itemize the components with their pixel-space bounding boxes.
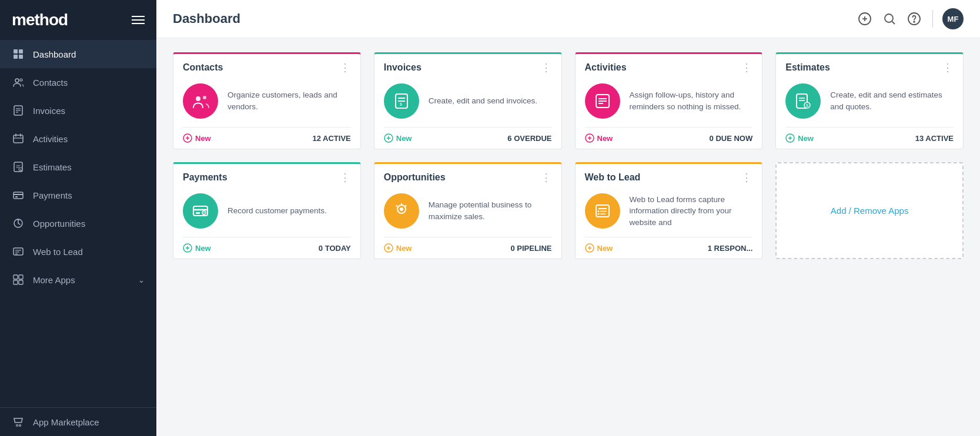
card-payments-icon [183, 193, 218, 229]
card-contacts: Contacts ⋮ Organize customers, leads and… [173, 52, 361, 149]
sidebar-item-estimates-label: Estimates [33, 162, 145, 172]
activities-icon [12, 132, 25, 145]
chevron-down-icon: ⌄ [138, 276, 145, 284]
card-estimates-body: $ Create, edit and send estimates and qu… [776, 78, 963, 127]
card-activities-footer: New 0 DUE NOW [576, 128, 762, 149]
card-estimates-menu[interactable]: ⋮ [942, 62, 954, 73]
sidebar-item-invoices-label: Invoices [33, 106, 145, 116]
card-payments-stat: 0 TODAY [319, 244, 351, 253]
card-web-to-lead-menu[interactable]: ⋮ [741, 172, 752, 183]
card-invoices-desc: Create, edit and send invoices. [429, 95, 537, 107]
card-opportunities-menu[interactable]: ⋮ [541, 172, 552, 183]
card-payments-menu[interactable]: ⋮ [340, 172, 351, 183]
card-invoices-icon: $ [384, 83, 419, 119]
card-activities-icon [585, 83, 620, 119]
card-opportunities: Opportunities ⋮ Manage potential busine [374, 162, 562, 259]
add-remove-label[interactable]: Add / Remove Apps [831, 206, 909, 216]
sidebar-nav: Dashboard Contacts [0, 40, 156, 294]
card-add-remove[interactable]: Add / Remove Apps [775, 162, 964, 259]
card-activities-stat: 0 DUE NOW [710, 134, 753, 143]
card-activities: Activities ⋮ Assign follow-ups, history … [575, 52, 763, 149]
app-marketplace-label: App Marketplace [33, 417, 145, 427]
card-opportunities-body: Manage potential business to maximize sa… [374, 187, 561, 237]
card-web-to-lead-new[interactable]: New [585, 243, 613, 253]
card-estimates: Estimates ⋮ $ Create, edit and send esti [775, 52, 964, 149]
dashboard-icon [12, 48, 25, 61]
svg-point-86 [597, 213, 599, 215]
card-payments-footer: New 0 TODAY [173, 237, 360, 259]
sidebar-item-web-to-lead[interactable]: Web to Lead [0, 237, 156, 266]
svg-rect-27 [19, 275, 23, 279]
card-contacts-new[interactable]: New [183, 133, 211, 143]
cards-row-1: Contacts ⋮ Organize customers, leads and… [173, 52, 964, 149]
svg-line-78 [396, 205, 397, 207]
sidebar-item-more-apps[interactable]: More Apps ⌄ [0, 266, 156, 294]
card-activities-header: Activities ⋮ [576, 54, 762, 78]
svg-rect-17 [14, 192, 23, 199]
hamburger-icon[interactable] [132, 16, 145, 24]
sidebar-item-dashboard[interactable]: Dashboard [0, 40, 156, 68]
card-activities-body: Assign follow-ups, history and reminders… [576, 78, 762, 127]
card-payments-desc: Record customer payments. [228, 205, 327, 217]
topbar-divider [932, 10, 933, 28]
card-activities-title: Activities [585, 62, 627, 73]
payments-icon [12, 189, 25, 202]
sidebar: method Dashboard [0, 0, 156, 436]
svg-point-38 [914, 21, 915, 22]
card-estimates-footer: New 13 ACTIVE [776, 128, 963, 149]
main-content: Dashboard [156, 0, 980, 436]
svg-rect-3 [19, 55, 23, 59]
sidebar-item-payments-label: Payments [33, 190, 145, 200]
add-icon[interactable] [856, 10, 874, 28]
card-contacts-body: Organize customers, leads and vendors. [173, 78, 360, 127]
card-estimates-title: Estimates [785, 62, 830, 73]
help-icon[interactable] [905, 10, 923, 28]
card-invoices-menu[interactable]: ⋮ [541, 62, 552, 73]
sidebar-item-payments[interactable]: Payments [0, 181, 156, 209]
card-contacts-stat: 12 ACTIVE [312, 134, 350, 143]
dashboard-content: Contacts ⋮ Organize customers, leads and… [156, 38, 980, 436]
card-web-to-lead-body: Web to Lead forms capture information di… [576, 187, 762, 237]
svg-rect-2 [14, 55, 18, 59]
sidebar-item-estimates[interactable]: $ Estimates [0, 153, 156, 181]
web-to-lead-icon [12, 245, 25, 258]
search-icon[interactable] [881, 10, 898, 28]
svg-rect-68 [196, 212, 200, 214]
svg-rect-0 [14, 49, 18, 53]
card-invoices: Invoices ⋮ $ Create, edit and send invoi… [374, 52, 562, 149]
card-opportunities-icon [384, 193, 419, 229]
sidebar-item-app-marketplace[interactable]: App Marketplace [0, 408, 156, 436]
app-marketplace[interactable]: App Marketplace [0, 407, 156, 436]
sidebar-item-web-to-lead-label: Web to Lead [33, 247, 145, 257]
card-opportunities-desc: Manage potential business to maximize sa… [429, 199, 552, 222]
card-activities-new[interactable]: New [585, 133, 613, 143]
card-contacts-header: Contacts ⋮ [173, 54, 360, 78]
card-activities-menu[interactable]: ⋮ [741, 62, 752, 73]
svg-rect-29 [19, 280, 23, 284]
sidebar-item-dashboard-label: Dashboard [33, 49, 145, 59]
card-opportunities-new[interactable]: New [384, 243, 412, 253]
page-title: Dashboard [173, 11, 856, 26]
card-web-to-lead: Web to Lead ⋮ Web to Lea [575, 162, 763, 259]
card-contacts-menu[interactable]: ⋮ [340, 62, 351, 73]
more-apps-icon [12, 273, 25, 286]
card-payments-new[interactable]: New [183, 243, 211, 253]
user-avatar[interactable]: MF [942, 8, 964, 29]
sidebar-item-more-apps-label: More Apps [33, 275, 130, 285]
sidebar-item-contacts[interactable]: Contacts [0, 68, 156, 96]
card-estimates-stat: 13 ACTIVE [915, 134, 954, 143]
card-web-to-lead-header: Web to Lead ⋮ [576, 164, 762, 187]
sidebar-item-opportunities[interactable]: Opportunities [0, 209, 156, 237]
svg-rect-28 [14, 280, 18, 284]
card-activities-desc: Assign follow-ups, history and reminders… [630, 89, 753, 112]
sidebar-item-activities[interactable]: Activities [0, 125, 156, 153]
card-contacts-icon [183, 83, 218, 119]
card-contacts-footer: New 12 ACTIVE [173, 128, 360, 149]
card-payments: Payments ⋮ Record customer payments. [173, 162, 361, 259]
card-estimates-desc: Create, edit and send estimates and quot… [830, 89, 954, 112]
card-invoices-new[interactable]: New [384, 133, 412, 143]
card-estimates-new[interactable]: New [785, 133, 814, 143]
sidebar-item-invoices[interactable]: Invoices [0, 96, 156, 125]
app-marketplace-icon [12, 415, 25, 428]
card-payments-body: Record customer payments. [173, 187, 360, 237]
